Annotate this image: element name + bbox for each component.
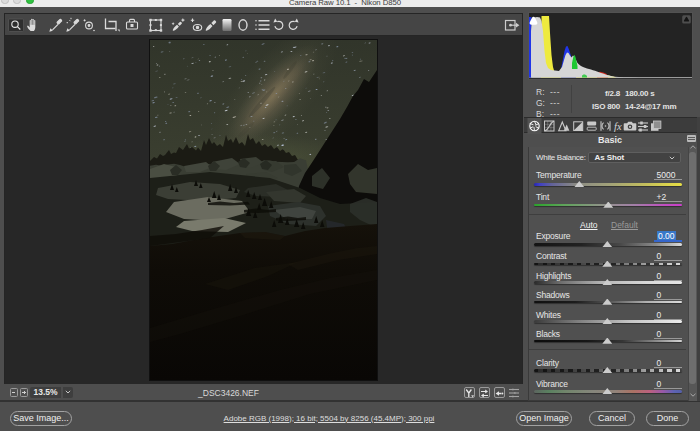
svg-text:fx: fx (614, 121, 622, 132)
